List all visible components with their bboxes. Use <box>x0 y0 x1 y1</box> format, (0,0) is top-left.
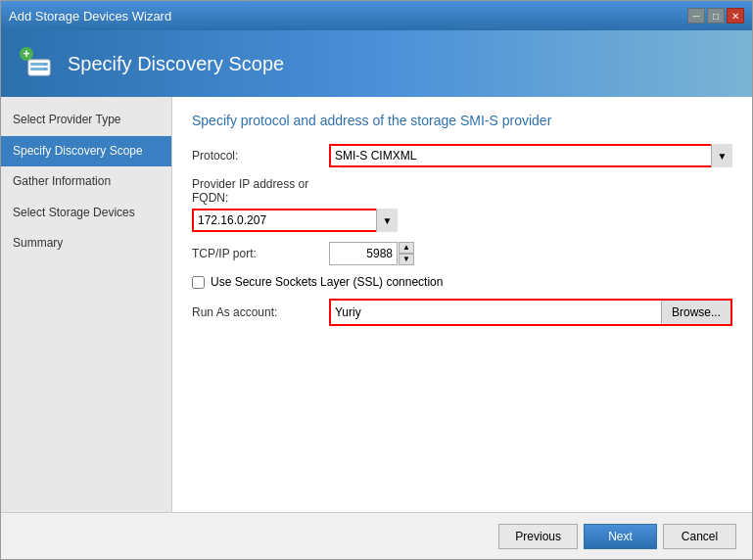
port-increment-button[interactable]: ▲ <box>399 242 414 254</box>
header-band: + Specify Discovery Scope <box>1 30 752 97</box>
title-bar: Add Storage Devices Wizard ─ □ ✕ <box>1 1 752 30</box>
port-input[interactable] <box>329 242 398 265</box>
main-heading: Specify protocol and address of the stor… <box>192 113 732 128</box>
run-as-label: Run As account: <box>192 305 329 319</box>
cancel-button[interactable]: Cancel <box>663 524 736 549</box>
ssl-checkbox[interactable] <box>192 276 205 289</box>
protocol-select[interactable]: SMI-S CIMXML SMI-S WS-MAN <box>329 144 732 167</box>
minimize-button[interactable]: ─ <box>687 8 705 23</box>
content-area: Select Provider Type Specify Discovery S… <box>1 97 752 512</box>
header-title: Specify Discovery Scope <box>68 53 284 75</box>
ssl-label[interactable]: Use Secure Sockets Layer (SSL) connectio… <box>211 275 443 289</box>
ip-row: Provider IP address or FQDN: ▼ <box>192 177 732 232</box>
protocol-row: Protocol: SMI-S CIMXML SMI-S WS-MAN ▼ <box>192 144 732 167</box>
close-button[interactable]: ✕ <box>727 8 744 23</box>
run-as-input[interactable] <box>331 301 661 324</box>
main-panel: Specify protocol and address of the stor… <box>172 97 752 512</box>
sidebar-item-select-provider-type[interactable]: Select Provider Type <box>1 105 171 136</box>
ip-select-container: ▼ <box>192 209 398 232</box>
ip-input[interactable] <box>192 209 388 232</box>
run-as-control-wrap: Browse... <box>329 299 732 326</box>
sidebar-item-specify-discovery-scope[interactable]: Specify Discovery Scope <box>1 136 171 167</box>
storage-wizard-icon: + <box>19 46 54 81</box>
maximize-button[interactable]: □ <box>707 8 725 23</box>
svg-point-6 <box>44 69 46 70</box>
run-as-row: Run As account: Browse... <box>192 299 732 326</box>
svg-text:+: + <box>23 47 29 61</box>
port-row: TCP/IP port: ▲ ▼ <box>192 242 732 265</box>
sidebar-item-select-storage-devices[interactable]: Select Storage Devices <box>1 198 171 229</box>
main-window: Add Storage Devices Wizard ─ □ ✕ + Speci… <box>0 0 753 560</box>
protocol-control-wrap: SMI-S CIMXML SMI-S WS-MAN ▼ <box>329 144 732 167</box>
browse-button[interactable]: Browse... <box>661 301 730 324</box>
port-label: TCP/IP port: <box>192 247 329 260</box>
window-title: Add Storage Devices Wizard <box>9 9 171 23</box>
sidebar: Select Provider Type Specify Discovery S… <box>1 97 172 512</box>
previous-button[interactable]: Previous <box>498 524 578 549</box>
next-button[interactable]: Next <box>584 524 657 549</box>
ssl-row: Use Secure Sockets Layer (SSL) connectio… <box>192 275 732 289</box>
ip-label: Provider IP address or FQDN: <box>192 177 329 205</box>
ip-dropdown[interactable] <box>388 209 398 232</box>
sidebar-item-summary[interactable]: Summary <box>1 228 171 259</box>
svg-point-5 <box>44 64 46 66</box>
protocol-select-container: SMI-S CIMXML SMI-S WS-MAN ▼ <box>329 144 732 167</box>
port-decrement-button[interactable]: ▼ <box>399 254 414 265</box>
sidebar-item-gather-information[interactable]: Gather Information <box>1 166 171 198</box>
port-wrap: ▲ ▼ <box>329 242 414 265</box>
title-bar-controls: ─ □ ✕ <box>687 8 744 23</box>
header-icon: + <box>17 44 56 83</box>
ip-control-wrap: ▼ <box>192 209 398 232</box>
port-spinner: ▲ ▼ <box>399 242 414 265</box>
protocol-label: Protocol: <box>192 149 329 163</box>
footer: Previous Next Cancel <box>1 512 752 559</box>
